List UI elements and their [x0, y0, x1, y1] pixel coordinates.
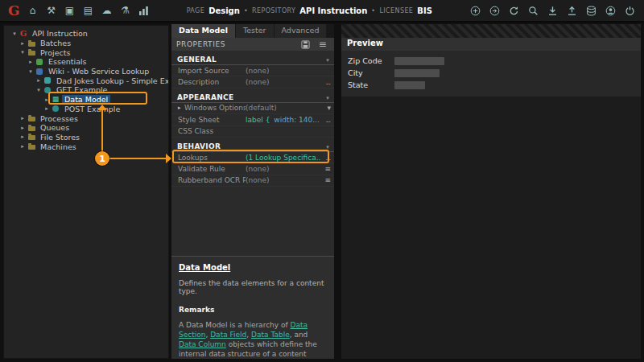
expand-arrow-icon[interactable]: ▾	[19, 49, 27, 56]
field-label-city: City	[348, 68, 394, 77]
dropdown-button[interactable]: ≡	[320, 176, 330, 184]
refresh-icon[interactable]	[507, 4, 520, 17]
licensee-label: LICENSEE	[379, 7, 413, 14]
expand-arrow-icon[interactable]: ▾	[27, 68, 35, 75]
download-icon[interactable]	[546, 4, 559, 17]
package-icon[interactable]: ▤	[82, 4, 95, 17]
property-label: Lookups	[178, 154, 246, 162]
add-circle-icon[interactable]	[469, 4, 481, 17]
save-properties-icon[interactable]	[299, 38, 312, 51]
property-value: (none)	[246, 67, 320, 75]
tree-item-label: Data Model	[62, 95, 110, 104]
dropdown-button[interactable]: ≡	[320, 165, 330, 173]
tree-item-file-stores[interactable]: ▸File Stores	[4, 133, 168, 142]
help-link-data-field[interactable]: Data Field	[210, 331, 246, 339]
ellipsis-button[interactable]: ...	[320, 78, 330, 86]
expand-arrow-icon[interactable]: ▸	[178, 105, 184, 111]
repository-value[interactable]: API Instruction	[299, 6, 367, 15]
expand-arrow-icon[interactable]: ▸	[19, 40, 27, 47]
property-row-style-sheet[interactable]: Style Sheetlabel {width: 140......	[171, 114, 334, 125]
tab-tester[interactable]: Tester	[236, 24, 274, 38]
chevron-down-icon[interactable]: ▾	[320, 104, 330, 112]
property-value-text: label {	[246, 116, 270, 124]
expand-arrow-icon[interactable]: ▸	[19, 143, 27, 150]
tools-icon[interactable]: ⚒	[45, 4, 58, 17]
expand-arrow-icon[interactable]: ▸	[43, 97, 51, 103]
search-icon[interactable]	[526, 4, 539, 17]
flask-icon[interactable]: ⚗	[119, 4, 132, 17]
go-circle-icon[interactable]	[488, 4, 501, 17]
help-link-data-table[interactable]: Data Table	[251, 331, 290, 339]
section-header-general[interactable]: GENERAL▾	[171, 53, 334, 65]
section-header-behavior[interactable]: BEHAVIOR▾	[171, 140, 334, 152]
collapse-chevron-icon[interactable]: ▾	[326, 144, 329, 150]
topbar-context: PAGE Design • REPOSITORY API Instruction…	[187, 6, 432, 15]
tree-item-essentials[interactable]: ▸Essentials	[4, 57, 168, 67]
property-value: (none)	[246, 165, 320, 173]
tree-item-batches[interactable]: ▸Batches	[4, 39, 168, 48]
folder-icon	[27, 40, 36, 47]
tree-item-data-model[interactable]: ▸▦Data Model	[4, 95, 168, 105]
help-text: A Data Model is a hierarchy of	[179, 321, 291, 329]
expand-arrow-icon[interactable]: ▸	[27, 59, 35, 65]
tree-item-api-instruction[interactable]: ▾GAPI Instruction	[4, 29, 168, 39]
property-label: Windows Options	[184, 104, 246, 112]
tab-advanced[interactable]: Advanced	[275, 24, 328, 38]
help-remarks-text: A Data Model is a hierarchy of Data Sect…	[179, 320, 327, 359]
tree-item-projects[interactable]: ▾Projects	[4, 47, 168, 57]
home-icon[interactable]: ⌂	[27, 4, 39, 17]
ellipsis-button[interactable]: ...	[320, 116, 330, 124]
collapse-chevron-icon[interactable]: ▾	[326, 95, 329, 101]
property-label: Style Sheet	[178, 116, 246, 124]
city-input[interactable]	[394, 69, 440, 77]
tree-item-wiki-web-service-lookup[interactable]: ▾Wiki - Web Service Lookup	[4, 67, 168, 76]
ellipsis-button[interactable]: ...	[320, 154, 330, 162]
expand-arrow-icon[interactable]: ▾	[35, 87, 43, 93]
property-row-lookups[interactable]: Lookups(1 Lookup Specifica......	[171, 152, 334, 163]
help-link-data-column[interactable]: Data Column	[179, 340, 226, 348]
expand-arrow-icon[interactable]: ▾	[10, 31, 19, 37]
zip-code-input[interactable]	[394, 57, 444, 65]
http-icon	[43, 87, 52, 93]
user-icon[interactable]	[604, 4, 617, 17]
expand-arrow-icon[interactable]: ▸	[43, 105, 51, 112]
tree-item-processes[interactable]: ▸Processes	[4, 113, 168, 123]
menu-icon[interactable]: ≡	[316, 38, 329, 51]
tree-item-dad-jokes-lookup-simple-example[interactable]: ▸Dad Jokes Lookup - Simple Example	[4, 76, 168, 85]
page-value[interactable]: Design	[208, 6, 240, 15]
field-label-state: State	[348, 80, 394, 89]
folder-icon	[27, 143, 36, 150]
expand-arrow-icon[interactable]: ▸	[19, 115, 27, 121]
licensee-value[interactable]: BIS	[417, 6, 432, 15]
property-value: (1 Lookup Specifica...	[246, 154, 320, 162]
state-input[interactable]	[394, 81, 425, 89]
expand-arrow-icon[interactable]: ▸	[35, 77, 43, 84]
tree-item-get-example[interactable]: ▾GET Example	[4, 85, 168, 95]
expand-arrow-icon[interactable]: ▸	[19, 134, 27, 140]
save-icon[interactable]: ▣	[64, 4, 76, 17]
property-row-css-class[interactable]: CSS Class	[171, 126, 334, 138]
property-row-rubberband-ocr-profile[interactable]: Rubberband OCR Profile(none)≡	[171, 175, 334, 187]
data-model-icon: ▦	[51, 96, 60, 103]
property-row-description[interactable]: Description(none)...	[171, 76, 334, 88]
upload-icon[interactable]	[565, 4, 578, 17]
folder-icon	[27, 134, 36, 140]
expand-arrow-icon[interactable]: ▸	[19, 125, 27, 131]
folder-icon	[27, 49, 36, 56]
property-row-windows-options[interactable]: ▸Windows Options(default)▾	[171, 103, 334, 114]
tree-item-queues[interactable]: ▸Queues	[4, 123, 168, 133]
section-header-appearance[interactable]: APPEARANCE▾	[171, 91, 334, 103]
property-value: label {width: 140...	[246, 116, 320, 124]
collapse-chevron-icon[interactable]: ▾	[326, 57, 329, 64]
database-icon[interactable]	[584, 4, 597, 17]
tree-item-machines[interactable]: ▸Machines	[4, 142, 168, 151]
cloud-upload-icon[interactable]: ☁	[101, 4, 114, 17]
property-label: Rubberband OCR Profile	[178, 176, 246, 184]
tree-item-post-example[interactable]: ▸POST Example	[4, 105, 168, 114]
property-row-validate-rule[interactable]: Validate Rule(none)≡	[171, 163, 334, 175]
property-row-import-source[interactable]: Import Source(none)	[171, 65, 334, 76]
tab-data-model[interactable]: Data Model	[171, 24, 236, 38]
property-value-text: (none)	[246, 165, 269, 173]
chart-icon[interactable]	[138, 4, 151, 17]
power-icon[interactable]	[623, 4, 636, 17]
